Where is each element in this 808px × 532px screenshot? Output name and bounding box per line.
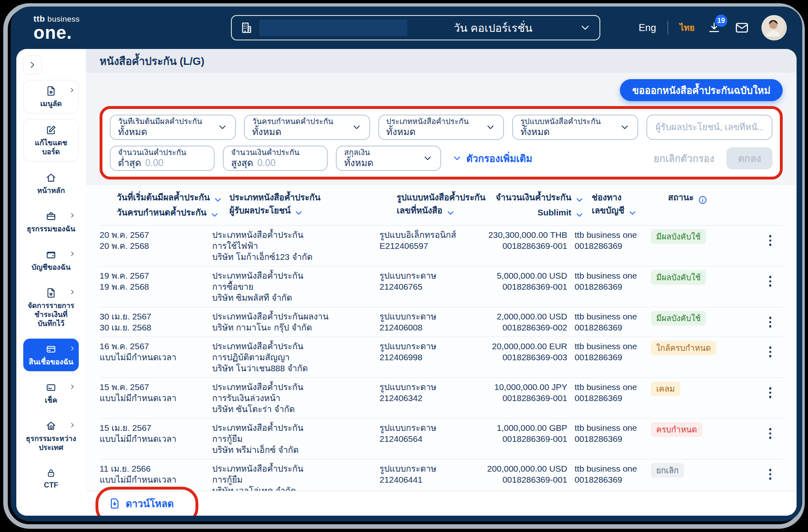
- row-menu-button[interactable]: [768, 233, 773, 248]
- language-toggle-thai[interactable]: ไทย: [679, 21, 695, 34]
- edit-icon: [45, 124, 57, 136]
- document-heart-icon: [45, 287, 57, 299]
- sidebar-expand-button[interactable]: [23, 55, 42, 74]
- sort-chevron-icon: [210, 210, 220, 220]
- top-header: ttbbusiness one. วัน คอเปอร์เรชั่น Eng ไ…: [11, 7, 802, 49]
- chevron-right-icon: [69, 250, 75, 257]
- filter-search-field: [646, 115, 772, 140]
- table-row[interactable]: 11 เม.ย. 2566แบบไม่มีกำหนดเวลา ประเภทหนั…: [100, 459, 783, 491]
- mail-button[interactable]: [734, 20, 750, 36]
- chevron-down-icon: [452, 153, 462, 164]
- header-actions: Eng ไทย 19: [639, 15, 787, 40]
- table-row[interactable]: 15 พ.ค. 2567แบบไม่มีกำหนดเวลา ประเภทหนัง…: [100, 378, 783, 419]
- logo-ttb: ttb: [33, 14, 45, 23]
- sort-beneficiary-button[interactable]: [294, 208, 304, 217]
- chevron-down-icon: [217, 122, 228, 133]
- company-name: วัน คอเปอร์เรชั่น: [407, 19, 579, 37]
- filter-currency-dropdown[interactable]: สกุลเงินทั้งหมด: [336, 146, 441, 171]
- sidebar-item-my-accounts[interactable]: บัญชีของฉัน: [23, 244, 79, 277]
- app-window: ttbbusiness one. วัน คอเปอร์เรชั่น Eng ไ…: [0, 0, 808, 532]
- table-footer: ดาวน์โหลด: [86, 491, 797, 516]
- sidebar-item-my-transactions[interactable]: ธุรกรรมของฉัน: [23, 206, 79, 238]
- sort-account-button[interactable]: [628, 208, 637, 217]
- filter-lg-format-dropdown[interactable]: รูปแบบหนังสือค้ำประกันทั้งหมด: [512, 115, 638, 140]
- chevron-right-icon: [69, 383, 75, 390]
- sidebar: เมนูลัด แก้ไขแดชบอร์ด หน้าหลัก ธุรกรรมขอ…: [16, 49, 86, 516]
- language-toggle-eng[interactable]: Eng: [639, 22, 656, 33]
- table-row[interactable]: 30 เม.ย. 256730 เม.ย. 2568 ประเภทหนังสือ…: [100, 307, 783, 337]
- status-badge: ยกเลิก: [651, 463, 684, 478]
- sort-end-date-button[interactable]: [210, 210, 220, 219]
- redacted-company-block: [260, 20, 407, 36]
- filter-panel-annotated: วันที่เริ่มต้นมีผลค้ำประกันทั้งหมด วันคร…: [100, 106, 783, 180]
- download-center-button[interactable]: 19: [706, 20, 722, 36]
- filter-amount-max-field[interactable]: จำนวนเงินค้ำประกัน สูงสุด0.00: [223, 146, 328, 171]
- table-row[interactable]: 16 พ.ค. 2567แบบไม่มีกำหนดเวลา ประเภทหนัง…: [100, 337, 783, 378]
- lg-table: วันที่เริ่มต้นมีผลค้ำประกัน วันครบกำหนดค…: [86, 185, 797, 491]
- row-menu-button[interactable]: [768, 315, 773, 329]
- credit-card-icon: [45, 344, 57, 355]
- lock-icon: [46, 468, 56, 478]
- row-menu-button[interactable]: [768, 345, 773, 359]
- sidebar-item-cheque[interactable]: เช็ค: [23, 377, 79, 410]
- sort-sublimit-button[interactable]: [575, 210, 584, 219]
- request-new-lg-button[interactable]: ขอออกหนังสือค้ำประกันฉบับใหม่: [620, 79, 783, 101]
- sort-start-date-button[interactable]: [213, 195, 223, 204]
- company-selector[interactable]: วัน คอเปอร์เรชั่น: [231, 15, 600, 40]
- browser-window: ttbbusiness one. วัน คอเปอร์เรชั่น Eng ไ…: [11, 7, 802, 521]
- sort-chevron-icon: [628, 208, 637, 218]
- sidebar-item-home[interactable]: หน้าหลัก: [23, 167, 79, 200]
- sidebar-item-saved-payments[interactable]: จัดการรายการชำระเงินที่บันทึกไว้: [23, 282, 79, 333]
- ttb-business-one-logo: ttbbusiness one.: [33, 14, 80, 42]
- row-menu-button[interactable]: [768, 426, 773, 441]
- chevron-right-icon: [69, 422, 75, 428]
- table-row[interactable]: 20 พ.ค. 256720 พ.ค. 2568 ประเภทหนังสือค้…: [100, 226, 783, 266]
- sidebar-item-edit-dashboard[interactable]: แก้ไขแดชบอร์ด: [23, 119, 79, 162]
- sidebar-item-ctf[interactable]: CTF: [23, 463, 79, 494]
- info-icon: [698, 195, 708, 205]
- sort-chevron-icon: [575, 195, 584, 205]
- status-badge: มีผลบังคับใช้: [651, 229, 706, 244]
- status-badge: ใกล้ครบกำหนด: [651, 341, 716, 355]
- filter-start-date-dropdown[interactable]: วันที่เริ่มต้นมีผลค้ำประกันทั้งหมด: [110, 115, 236, 140]
- filter-lg-type-dropdown[interactable]: ประเภทหนังสือค้ำประกันทั้งหมด: [378, 115, 504, 140]
- sidebar-item-my-loans[interactable]: สินเชื่อของฉัน: [23, 339, 79, 371]
- logo-one: one.: [33, 24, 80, 42]
- sidebar-item-international-transactions[interactable]: ธุรกรรมระหว่างประเทศ: [23, 415, 79, 457]
- chevron-down-icon: [485, 122, 496, 133]
- page-title-bar: หนังสือค้ำประกัน (L/G): [86, 49, 797, 73]
- table-header: วันที่เริ่มต้นมีผลค้ำประกัน วันครบกำหนดค…: [100, 185, 783, 226]
- status-info-button[interactable]: [698, 195, 708, 204]
- chevron-down-icon: [422, 153, 433, 164]
- beneficiary-search-input[interactable]: [655, 122, 764, 133]
- avatar-image: [762, 16, 784, 38]
- sort-amount-button[interactable]: [575, 195, 584, 204]
- row-menu-button[interactable]: [768, 274, 773, 288]
- notification-badge: 19: [715, 15, 727, 27]
- filter-expiry-date-dropdown[interactable]: วันครบกำหนดค้ำประกันทั้งหมด: [244, 115, 370, 140]
- table-row[interactable]: 19 พ.ค. 256719 พ.ค. 2568 ประเภทหนังสือค้…: [100, 266, 783, 307]
- chevron-right-icon: [69, 212, 75, 219]
- page-content: ขอออกหนังสือค้ำประกันฉบับใหม่ วันที่เริ่…: [86, 73, 797, 491]
- document-heart-icon: [45, 85, 57, 97]
- download-icon: [109, 497, 121, 510]
- table-row[interactable]: 15 เม.ย. 2567แบบไม่มีกำหนดเวลา ประเภทหนั…: [100, 419, 783, 459]
- user-avatar[interactable]: [761, 15, 787, 40]
- cheque-icon: [45, 382, 57, 393]
- apply-filters-button[interactable]: ตกลง: [726, 147, 772, 169]
- status-badge: ครบกำหนด: [651, 422, 702, 437]
- sort-number-button[interactable]: [446, 208, 455, 217]
- chevron-right-icon: [69, 289, 75, 295]
- envelope-icon: [735, 20, 749, 35]
- sidebar-item-shortcut-menu[interactable]: เมนูลัด: [23, 80, 79, 113]
- row-menu-button[interactable]: [768, 386, 773, 400]
- status-badge: มีผลบังคับใช้: [651, 270, 706, 285]
- row-menu-button[interactable]: [768, 467, 773, 481]
- filter-amount-min-field[interactable]: จำนวนเงินค้ำประกัน ต่ำสุด0.00: [110, 146, 215, 171]
- sort-chevron-icon: [446, 208, 455, 218]
- clear-filters-button[interactable]: ยกเลิกตัวกรอง: [654, 151, 715, 166]
- chevron-down-icon: [351, 122, 362, 133]
- download-button[interactable]: ดาวน์โหลด: [109, 496, 174, 512]
- sort-chevron-icon: [294, 208, 304, 218]
- more-filters-link[interactable]: ตัวกรองเพิ่มเติม: [452, 151, 533, 166]
